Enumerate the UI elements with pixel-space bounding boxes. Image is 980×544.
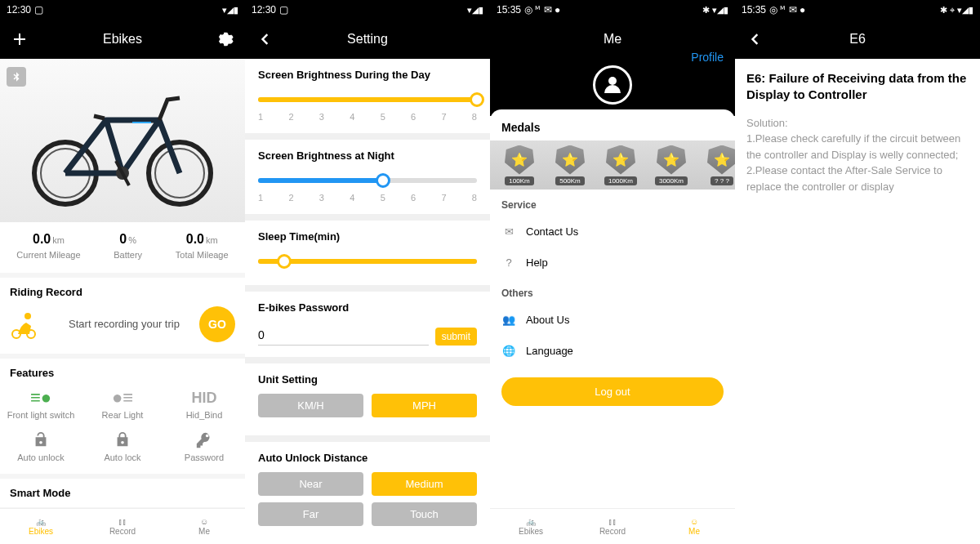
status-bar: 15:35 ◎ ᴹ ✉ ● ✱ ⌖ ▾◢▮ <box>735 0 980 20</box>
page-title: Setting <box>347 32 388 47</box>
medals-row[interactable]: ⭐100Km ⭐500Km ⭐1000Km ⭐3000Km ⭐? ? ? <box>490 140 735 190</box>
bottom-nav: 🚲Ebikes ⫿⫿Record ☺Me <box>0 508 245 544</box>
help-icon: ? <box>501 255 516 270</box>
key-icon <box>163 430 245 451</box>
password[interactable]: Password <box>163 425 245 467</box>
chart-icon: ⫿⫿ <box>608 517 617 526</box>
medal-icon: ⭐ <box>707 145 735 175</box>
stats-row: 0.0kmCurrent Mileage 0%Battery 0.0kmTota… <box>0 222 245 273</box>
logout-button[interactable]: Log out <box>501 377 724 406</box>
back-icon[interactable] <box>745 29 764 49</box>
unlock-touch[interactable]: Touch <box>372 502 477 526</box>
unit-mph[interactable]: MPH <box>372 394 477 417</box>
about-us[interactable]: 👥About Us <box>490 304 735 335</box>
hid-icon: HID <box>163 387 245 408</box>
nav-record[interactable]: ⫿⫿Record <box>572 509 653 544</box>
unlock-far[interactable]: Far <box>258 502 363 526</box>
light-icon: ≡● <box>0 387 82 408</box>
brightness-day: Screen Brightness During the Day 1234567… <box>245 59 490 133</box>
smart-mode-title: Smart Mode <box>0 479 245 507</box>
hid-bind[interactable]: HIDHid_Bind <box>163 382 245 425</box>
medals-title: Medals <box>490 118 735 140</box>
unlock-medium[interactable]: Medium <box>372 472 477 496</box>
status-bar: 12:30 ▢ ▾◢▮ <box>0 0 245 20</box>
go-button[interactable]: GO <box>199 306 235 342</box>
ebike-image <box>0 59 245 222</box>
bluetooth-icon[interactable] <box>7 67 26 87</box>
contact-us[interactable]: ✉Contact Us <box>490 216 735 247</box>
page-title: Ebikes <box>103 32 142 47</box>
face-icon: ☺ <box>690 517 698 526</box>
nav-ebikes[interactable]: 🚲Ebikes <box>490 509 572 544</box>
unit-setting: Unit Setting KM/H MPH <box>245 363 490 435</box>
back-icon[interactable] <box>255 29 274 49</box>
app-bar: Setting <box>245 20 490 59</box>
unlock-near[interactable]: Near <box>258 472 363 496</box>
app-bar: E6 <box>735 20 980 59</box>
rider-icon <box>10 310 39 339</box>
auto-lock[interactable]: Auto lock <box>82 425 163 467</box>
slider-sleep[interactable] <box>258 254 477 269</box>
nav-me[interactable]: ☺Me <box>653 509 735 544</box>
bottom-nav: 🚲Ebikes ⫿⫿Record ☺Me <box>490 508 735 544</box>
bike-icon: 🚲 <box>36 517 46 526</box>
face-icon: ☺ <box>200 517 208 526</box>
auto-unlock-distance: Auto Unlock Distance Near Medium Far Tou… <box>245 442 490 544</box>
add-icon[interactable] <box>10 29 29 49</box>
error-heading: E6: Failure of Receiving data from the D… <box>746 70 969 104</box>
light-icon: ●≡ <box>82 387 163 408</box>
medal-icon: ⭐ <box>606 145 635 175</box>
password-input[interactable] <box>258 325 429 346</box>
gear-icon[interactable] <box>216 29 235 49</box>
rear-light[interactable]: ●≡Rear Light <box>82 382 163 425</box>
slider-night[interactable] <box>258 173 477 188</box>
submit-button[interactable]: submit <box>435 328 477 346</box>
page-title: Me <box>604 32 621 47</box>
riding-record-title: Riding Record <box>0 278 245 301</box>
auto-unlock[interactable]: Auto unlock <box>0 425 82 467</box>
language[interactable]: 🌐Language <box>490 335 735 366</box>
nav-me[interactable]: ☺Me <box>163 509 245 544</box>
brightness-night: Screen Brightness at Night 12345678 <box>245 140 490 214</box>
riding-record: Start recording your trip GO <box>0 301 245 354</box>
globe-icon: 🌐 <box>501 343 516 358</box>
svg-point-7 <box>24 313 31 319</box>
bike-icon: 🚲 <box>526 517 536 526</box>
help[interactable]: ?Help <box>490 247 735 278</box>
status-bar: 12:30 ▢ ▾◢▮ <box>245 0 490 20</box>
slider-day[interactable] <box>258 92 477 107</box>
unit-kmh[interactable]: KM/H <box>258 394 363 417</box>
medal-icon: ⭐ <box>505 145 534 175</box>
chart-icon: ⫿⫿ <box>118 517 127 526</box>
avatar[interactable] <box>593 65 632 105</box>
nav-record[interactable]: ⫿⫿Record <box>82 509 163 544</box>
profile-link[interactable]: Profile <box>691 51 724 64</box>
status-bar: 15:35 ◎ ᴹ ✉ ● ✱ ▾◢▮ <box>490 0 735 20</box>
nav-ebikes[interactable]: 🚲Ebikes <box>0 509 82 544</box>
page-title: E6 <box>849 32 866 47</box>
medal-icon: ⭐ <box>657 145 686 175</box>
unlock-icon <box>0 430 82 451</box>
app-bar: Ebikes <box>0 20 245 59</box>
sleep-time: Sleep Time(min) <box>245 221 490 285</box>
front-light-switch[interactable]: ≡●Front light switch <box>0 382 82 425</box>
lock-icon <box>82 430 163 451</box>
password-card: E-bikes Password submit <box>245 292 490 357</box>
solution-text: Solution: 1.Please check carefully if th… <box>746 115 969 195</box>
mail-icon: ✉ <box>501 224 516 239</box>
people-icon: 👥 <box>501 312 516 327</box>
svg-point-10 <box>608 77 617 85</box>
medal-icon: ⭐ <box>555 145 585 175</box>
